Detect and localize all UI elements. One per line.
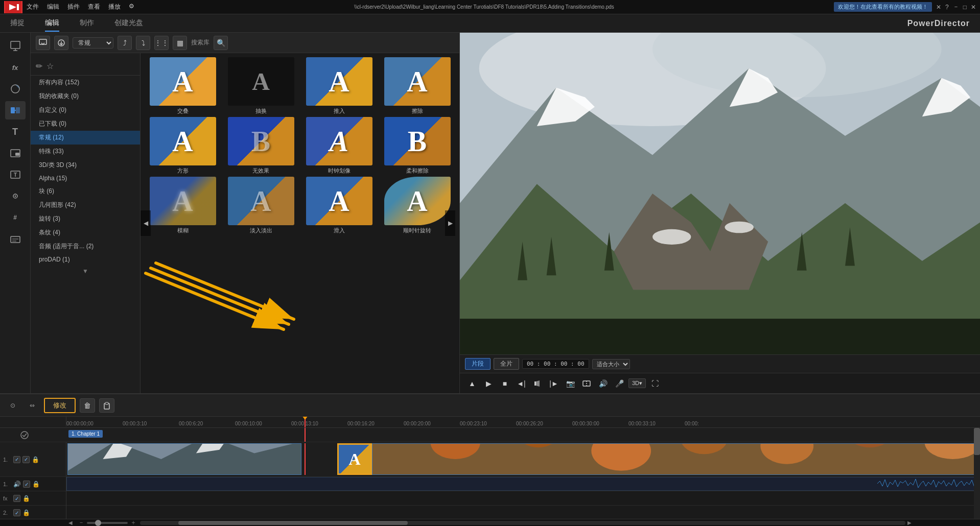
transition-none[interactable]: B 无效果 (223, 117, 299, 175)
prev-frame-button[interactable]: ◄| (514, 376, 528, 391)
track-1-visibility[interactable]: ✓ (13, 456, 20, 463)
horizontal-scroll-thumb[interactable] (178, 521, 408, 525)
voiceover-button[interactable]: 🎤 (612, 376, 626, 391)
zoom-in-btn[interactable]: ＋ (130, 519, 137, 527)
tab-capture[interactable]: 捕捉 (10, 15, 25, 32)
video-clip-1[interactable]: Pexels Videos 2474616_0 (67, 443, 301, 475)
cat-special[interactable]: 特殊 (33) (31, 145, 140, 158)
tab-produce[interactable]: 制作 (80, 15, 94, 32)
track-2-lock[interactable]: 🔒 (22, 509, 30, 516)
scroll-right-button[interactable]: ▶ (445, 210, 455, 236)
sidebar-transitions-icon[interactable] (5, 101, 26, 119)
download-button[interactable] (54, 36, 68, 50)
fx-check[interactable]: ✓ (13, 495, 20, 502)
transition-dissolve[interactable]: A 抽换 (223, 57, 299, 115)
cat-downloaded[interactable]: 已下载 (0) (31, 117, 140, 131)
sidebar-chapter-icon[interactable]: # (5, 208, 26, 227)
scroll-left-btn[interactable]: ◀ (66, 519, 75, 527)
paste-button[interactable] (99, 398, 114, 413)
split-button[interactable] (579, 376, 594, 391)
vertical-scrollbar[interactable] (974, 428, 980, 519)
track-1-audio[interactable]: ✓ (22, 456, 30, 463)
audio-1-check[interactable]: ✓ (23, 481, 30, 488)
fx-lock[interactable]: 🔒 (22, 495, 30, 502)
vertical-scroll-thumb[interactable] (974, 428, 980, 455)
snapshot-button[interactable]: 📷 (563, 376, 577, 391)
scroll-left-button[interactable]: ◀ (141, 210, 151, 236)
stop-button[interactable]: ■ (498, 376, 512, 391)
sidebar-text-icon[interactable]: T (5, 123, 26, 141)
transition-wipe[interactable]: A 擦除 (379, 57, 455, 115)
search-button[interactable]: 🔍 (214, 36, 228, 50)
modify-button[interactable]: 修改 (44, 398, 76, 413)
close-button[interactable]: ✕ (971, 4, 976, 11)
horizontal-scroll-track[interactable] (140, 521, 905, 525)
track-1-lock[interactable]: 🔒 (32, 456, 39, 463)
grid-view-button[interactable]: ⋮⋮ (154, 36, 169, 50)
transition-slide[interactable]: A 滑入 (301, 177, 377, 234)
maximize-button[interactable]: □ (963, 4, 967, 11)
preview-full-btn[interactable]: 全片 (494, 358, 519, 370)
transition-square[interactable]: A 方形 (145, 117, 221, 175)
menu-plugin[interactable]: 插件 (67, 3, 80, 11)
sidebar-fx-icon[interactable]: fx (5, 58, 26, 77)
voice-button[interactable] (530, 376, 545, 391)
sidebar-import-icon[interactable] (5, 37, 26, 55)
tab-edit[interactable]: 编辑 (45, 15, 59, 32)
cat-prodad[interactable]: proDAD (1) (31, 253, 140, 266)
transition-fade[interactable]: A 淡入淡出 (223, 177, 299, 234)
sidebar-subtitle-icon[interactable] (5, 230, 26, 248)
chapter-1-marker[interactable]: 1. Chapter 1 (68, 430, 103, 438)
scroll-right-btn[interactable]: ▶ (905, 519, 914, 527)
menu-settings[interactable]: ⚙ (129, 3, 134, 11)
menu-view[interactable]: 查看 (88, 3, 100, 11)
cat-normal[interactable]: 常规 (12) (31, 131, 140, 145)
cat-custom[interactable]: 自定义 (0) (31, 103, 140, 117)
cat-stripes[interactable]: 条纹 (4) (31, 226, 140, 240)
minimize-button[interactable]: － (953, 3, 959, 11)
menu-edit[interactable]: 编辑 (47, 3, 59, 11)
preview-clip-btn[interactable]: 片段 (465, 358, 491, 370)
cat-geometric[interactable]: 几何图形 (42) (31, 198, 140, 212)
export-button[interactable]: ⤴ (118, 36, 132, 50)
transition-push[interactable]: A 推入 (301, 57, 377, 115)
next-frame-button[interactable]: |► (547, 376, 561, 391)
transition-in-timeline[interactable]: A (337, 443, 372, 475)
tab-disc[interactable]: 创建光盘 (114, 15, 143, 32)
sidebar-audio-icon[interactable] (5, 187, 26, 205)
fullscreen-button[interactable]: ⛶ (648, 376, 662, 391)
play-button[interactable]: ▶ (481, 376, 496, 391)
audio-1-lock[interactable]: 🔒 (32, 481, 40, 488)
sidebar-pip-icon[interactable] (5, 144, 26, 162)
menu-file[interactable]: 文件 (27, 3, 39, 11)
pencil-icon[interactable]: ✏ (36, 61, 42, 71)
cat-3d[interactable]: 3D/类 3D (34) (31, 158, 140, 172)
close-notification-button[interactable]: ✕ (936, 4, 941, 11)
timeline-fit-icon[interactable]: ⇔ (25, 398, 40, 413)
cat-rotate[interactable]: 旋转 (3) (31, 212, 140, 226)
category-scroll-down[interactable]: ▼ (31, 266, 140, 277)
transition-cw[interactable]: A 顺时针旋转 (379, 177, 455, 234)
transition-clock[interactable]: A 时钟划像 (301, 117, 377, 175)
sidebar-title-icon[interactable]: T (5, 165, 26, 184)
zoom-knob[interactable] (95, 520, 101, 526)
cat-block[interactable]: 块 (6) (31, 184, 140, 198)
cat-alpha[interactable]: Alpha (15) (31, 172, 140, 184)
help-icon[interactable]: ? (945, 4, 949, 11)
gallery-view-button[interactable]: ▦ (173, 36, 187, 50)
category-dropdown[interactable]: 常规 (73, 37, 113, 49)
bookmark-icon[interactable]: ☆ (46, 61, 54, 71)
mark-in-button[interactable]: ▲ (465, 376, 479, 391)
import2-button[interactable]: ⤵ (136, 36, 150, 50)
menu-play[interactable]: 播放 (108, 3, 121, 11)
cat-favorites[interactable]: 我的收藏夹 (0) (31, 89, 140, 103)
zoom-select[interactable]: 适合大小 (592, 359, 630, 369)
transition-overlap[interactable]: A 交叠 (145, 57, 221, 115)
timeline-settings-icon[interactable]: ⊙ (5, 398, 20, 413)
import-button[interactable] (36, 36, 50, 50)
cat-audio[interactable]: 音频 (适用于音... (2) (31, 240, 140, 253)
delete-button[interactable]: 🗑 (80, 398, 95, 413)
zoom-out-btn[interactable]: － (78, 519, 85, 527)
track-2-check[interactable]: ✓ (13, 509, 20, 516)
3d-button[interactable]: 3D▾ (628, 378, 646, 388)
